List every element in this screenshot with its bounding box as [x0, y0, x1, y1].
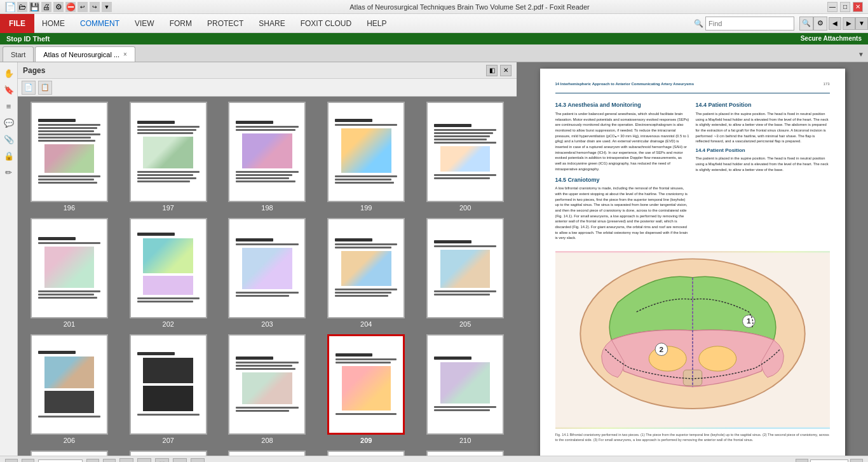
list-item[interactable]: 199 — [320, 102, 412, 212]
zoom-in-btn[interactable]: + — [850, 459, 863, 463]
pages-tool-2[interactable]: 📋 — [38, 81, 52, 95]
view-mode-btn-2[interactable]: ⊟ — [137, 458, 151, 463]
go-first-btn[interactable]: ⏮ — [5, 459, 18, 463]
page-thumbnail-212[interactable] — [130, 451, 207, 456]
settings-btn[interactable]: ⚙ — [53, 2, 64, 12]
tabs-dropdown-arrow[interactable]: ▼ — [854, 46, 868, 62]
print-btn[interactable]: 🖨 — [41, 2, 51, 12]
list-item[interactable]: 200 — [419, 102, 512, 212]
view-mode-btn-5[interactable]: ▦ — [191, 458, 205, 463]
more-btn[interactable]: ▼ — [102, 2, 112, 12]
zoom-out-btn[interactable]: − — [796, 459, 808, 463]
save-btn[interactable]: 💾 — [29, 2, 39, 12]
menu-form[interactable]: FORM — [162, 14, 200, 33]
page-thumbnail-215[interactable] — [426, 451, 504, 456]
menu-share[interactable]: SHARE — [251, 14, 292, 33]
panel-controls[interactable]: ◧ ✕ — [486, 65, 512, 76]
list-item[interactable]: 204 — [320, 218, 412, 328]
sidebar-icon-comment[interactable]: 💬 — [2, 116, 16, 130]
title-toolbar-icons[interactable]: 📄 🗁 💾 🖨 ⚙ ⛔ ↩ ↪ ▼ — [5, 2, 112, 12]
tab-start[interactable]: Start — [3, 46, 34, 62]
search-button[interactable]: 🔍 — [799, 17, 813, 31]
page-thumbnail-211[interactable] — [31, 451, 108, 456]
search-gear-button[interactable]: ⚙ — [813, 17, 827, 31]
view-mode-btn-4[interactable]: ⊠ — [173, 458, 187, 463]
page-thumbnail-205[interactable] — [426, 218, 504, 318]
menu-comment[interactable]: COMMENT — [72, 14, 127, 33]
menu-view[interactable]: VIEW — [127, 14, 162, 33]
close-btn[interactable]: ✕ — [853, 2, 863, 12]
page-thumbnail-197[interactable] — [130, 102, 207, 202]
undo-btn[interactable]: ↩ — [78, 2, 88, 12]
list-item[interactable]: 203 — [221, 218, 314, 328]
nav-next-result[interactable]: ▶ — [843, 17, 855, 30]
new-btn[interactable]: 🗁 — [17, 2, 27, 12]
sidebar-icon-bookmark[interactable]: 🔖 — [2, 83, 16, 97]
page-thumbnail-214[interactable] — [327, 451, 405, 456]
menu-foxit-cloud[interactable]: FOXIT CLOUD — [293, 14, 359, 33]
list-item[interactable]: 210 — [419, 334, 512, 444]
pdf-content[interactable]: 14 Interhemispheric Approach to Anterior… — [517, 62, 868, 456]
list-item[interactable]: 201 — [23, 218, 116, 328]
list-item[interactable]: 214 — [320, 451, 412, 456]
page-thumbnail-207[interactable] — [130, 334, 207, 435]
page-thumbnail-213[interactable] — [228, 451, 306, 456]
cancel-btn[interactable]: ⛔ — [65, 2, 76, 12]
page-thumbnail-206[interactable] — [31, 334, 108, 435]
page-thumbnail-204[interactable] — [327, 218, 405, 318]
go-last-btn[interactable]: ⏭ — [103, 459, 116, 463]
panel-pin-btn[interactable]: ◧ — [486, 65, 498, 76]
page-thumbnail-203[interactable] — [228, 218, 306, 318]
go-next-btn[interactable]: ▶ — [86, 459, 99, 463]
page-indicator[interactable]: 209 / 1572 — [38, 459, 83, 463]
list-item[interactable]: 206 — [23, 334, 116, 444]
pages-grid-container[interactable]: 196 197 — [18, 97, 517, 456]
page-thumbnail-199[interactable] — [327, 102, 405, 202]
list-item[interactable]: 207 — [122, 334, 215, 444]
search-box[interactable]: 🔍 — [694, 17, 794, 31]
page-thumbnail-198[interactable] — [228, 102, 306, 202]
page-thumbnail-210[interactable] — [426, 334, 504, 435]
list-item[interactable]: 215 — [419, 451, 512, 456]
maximize-btn[interactable]: □ — [840, 2, 850, 12]
list-item[interactable]: 213 — [221, 451, 314, 456]
page-thumbnail-200[interactable] — [426, 102, 504, 202]
list-item[interactable]: 197 — [122, 102, 215, 212]
window-controls[interactable]: — □ ✕ — [827, 2, 863, 12]
view-mode-btn-3[interactable]: ☷ — [155, 458, 169, 463]
menu-home[interactable]: HOME — [34, 14, 72, 33]
sidebar-icon-attachment[interactable]: 📎 — [2, 132, 16, 146]
pages-tool-1[interactable]: 📄 — [22, 81, 36, 95]
menu-help[interactable]: HELP — [359, 14, 394, 33]
list-item[interactable]: 202 — [122, 218, 215, 328]
page-thumbnail-208[interactable] — [228, 334, 306, 435]
panel-close-btn[interactable]: ✕ — [500, 65, 512, 76]
sidebar-icon-hand[interactable]: ✋ — [2, 66, 16, 80]
sidebar-icon-layers[interactable]: ≡ — [2, 99, 16, 113]
sidebar-icon-lock[interactable]: 🔒 — [2, 149, 16, 163]
page-thumbnail-202[interactable] — [130, 218, 207, 318]
list-item[interactable]: 209 — [320, 334, 412, 444]
list-item[interactable]: 212 — [122, 451, 215, 456]
page-thumbnail-209[interactable] — [327, 334, 405, 435]
zoom-display[interactable]: 28.41% — [810, 459, 848, 463]
tab-close-icon[interactable]: × — [123, 51, 127, 58]
nav-dropdown[interactable]: ▼ — [855, 17, 868, 30]
list-item[interactable]: 211 — [23, 451, 116, 456]
menu-file[interactable]: FILE — [0, 14, 34, 33]
minimize-btn[interactable]: — — [827, 2, 837, 12]
sidebar-icon-pen[interactable]: ✏ — [2, 165, 16, 179]
page-thumbnail-196[interactable] — [31, 102, 108, 202]
nav-prev-result[interactable]: ◀ — [829, 17, 841, 30]
redo-btn[interactable]: ↪ — [90, 2, 100, 12]
list-item[interactable]: 208 — [221, 334, 314, 444]
menu-protect[interactable]: PROTECT — [200, 14, 251, 33]
search-input[interactable] — [705, 17, 794, 31]
list-item[interactable]: 205 — [419, 218, 512, 328]
list-item[interactable]: 196 — [23, 102, 116, 212]
go-prev-btn[interactable]: ◀ — [22, 459, 34, 463]
view-mode-btn-1[interactable]: ⊞ — [119, 458, 133, 463]
tab-document[interactable]: Atlas of Neurosurgical ... × — [35, 46, 135, 62]
list-item[interactable]: 198 — [221, 102, 314, 212]
page-thumbnail-201[interactable] — [31, 218, 108, 318]
